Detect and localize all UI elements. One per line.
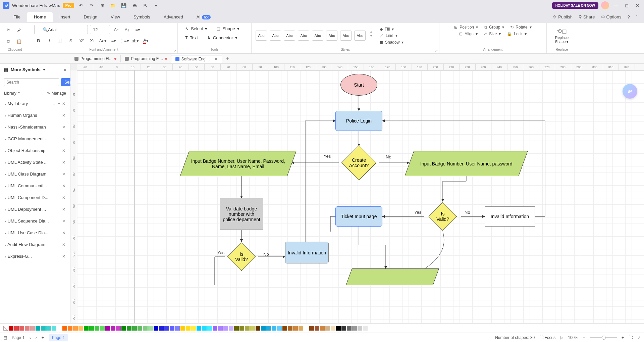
color-swatch[interactable] xyxy=(148,326,153,331)
cut-button[interactable]: ✂ xyxy=(4,26,13,34)
color-swatch[interactable] xyxy=(46,326,51,331)
holiday-banner[interactable]: HOLIDAY SALE ON NOW xyxy=(552,2,598,9)
format-painter-button[interactable]: 🖌 xyxy=(15,26,23,34)
sidebar-library-item[interactable]: ▸ My Library⤓+✕ xyxy=(0,98,70,109)
style-swatch[interactable]: Abc xyxy=(284,31,295,41)
sidebar-header[interactable]: ▤ More Symbols▾ « xyxy=(0,64,70,76)
color-swatch[interactable] xyxy=(347,326,352,331)
remove-icon[interactable]: ✕ xyxy=(62,207,65,212)
prev-page-button[interactable]: ‹ xyxy=(30,335,31,340)
bold-button[interactable]: B xyxy=(34,36,43,45)
color-swatch[interactable] xyxy=(84,326,89,331)
fullscreen-button[interactable]: ⤢ xyxy=(637,335,641,340)
color-swatch[interactable] xyxy=(245,326,250,331)
color-swatch[interactable] xyxy=(19,326,24,331)
color-swatch[interactable] xyxy=(121,326,126,331)
color-swatch[interactable] xyxy=(288,326,292,331)
color-swatch[interactable] xyxy=(277,326,282,331)
color-swatch[interactable] xyxy=(256,326,260,331)
color-swatch[interactable] xyxy=(250,326,255,331)
style-swatch[interactable]: Abc xyxy=(326,31,337,41)
font-group-expand[interactable]: ⤢ xyxy=(173,49,176,53)
qat-more-button[interactable]: ▾ xyxy=(152,1,160,9)
color-swatch[interactable] xyxy=(282,326,287,331)
color-swatch[interactable] xyxy=(14,326,19,331)
color-swatch[interactable] xyxy=(138,326,142,331)
styles-group-expand[interactable]: ⤢ xyxy=(435,49,438,53)
color-swatch[interactable] xyxy=(218,326,223,331)
police-login-process[interactable]: Police Login xyxy=(335,111,382,131)
print-button[interactable]: 🖶 xyxy=(130,1,139,9)
sidebar-library-item[interactable]: ▸ UML Use Case Dia...✕ xyxy=(0,227,70,239)
sidebar-library-item[interactable]: ▸ Object Relationship✕ xyxy=(0,145,70,156)
color-swatch[interactable] xyxy=(272,326,276,331)
color-swatch[interactable] xyxy=(159,326,164,331)
color-swatch[interactable] xyxy=(266,326,271,331)
color-swatch[interactable] xyxy=(261,326,266,331)
copy-button[interactable]: ⧉ xyxy=(4,37,13,46)
style-swatch[interactable]: Abc xyxy=(312,31,323,41)
color-swatch[interactable] xyxy=(315,326,319,331)
remove-icon[interactable]: ✕ xyxy=(62,113,65,118)
highlight-button[interactable]: ab▾ xyxy=(131,36,140,45)
page-tab-active[interactable]: Page-1 xyxy=(49,334,68,341)
collapse-sidebar-button[interactable]: « xyxy=(64,67,66,72)
color-swatch[interactable] xyxy=(320,326,325,331)
color-swatch[interactable] xyxy=(191,326,196,331)
menu-insert[interactable]: Insert xyxy=(53,12,77,22)
invalid-info-left-process[interactable]: Invalid Information xyxy=(285,242,329,263)
size-button[interactable]: ⤢ Size ▾ xyxy=(484,32,501,36)
decrease-font-button[interactable]: A↓ xyxy=(123,25,131,34)
bottom-io[interactable] xyxy=(346,268,439,285)
color-swatch[interactable] xyxy=(143,326,148,331)
invalid-info-right-process[interactable]: Invalid Information xyxy=(485,206,535,227)
document-tab[interactable]: Programming Fl... xyxy=(70,55,121,62)
color-swatch[interactable] xyxy=(213,326,217,331)
sidebar-library-item[interactable]: ▸ UML Communicati...✕ xyxy=(0,180,70,192)
color-swatch[interactable] xyxy=(352,326,357,331)
styles-down-button[interactable]: ▾ xyxy=(370,34,374,38)
sidebar-library-item[interactable]: ▸ Nassi-Shneiderman✕ xyxy=(0,121,70,133)
sidebar-library-item[interactable]: ▸ UML Deployment ...✕ xyxy=(0,203,70,215)
new-button[interactable]: ⊞ xyxy=(98,1,106,9)
position-button[interactable]: ⊞ Position ▾ xyxy=(454,25,478,30)
font-family-select[interactable]: 🔍 Arial xyxy=(34,25,88,34)
export-button[interactable]: ⇱ xyxy=(141,1,149,9)
shape-tool-button[interactable]: ◻ Shape ▾ xyxy=(213,25,243,33)
canvas[interactable]: Start Police Login Create Account? Yes N… xyxy=(77,70,644,323)
line-spacing-button[interactable]: ≡▾ xyxy=(109,36,118,45)
document-tab-active[interactable]: Software Engi...✕ xyxy=(171,55,222,63)
fit-page-button[interactable]: ⛶ xyxy=(629,335,633,340)
font-color-button[interactable]: A▾ xyxy=(142,36,150,45)
canvas-area[interactable]: -20-100102030405060708090100110120130140… xyxy=(70,64,644,323)
styles-up-button[interactable]: ▴ xyxy=(370,30,374,33)
zoom-slider[interactable] xyxy=(590,337,617,338)
collapse-ribbon-button[interactable]: ˆ xyxy=(636,14,637,19)
minimize-button[interactable]: — xyxy=(612,1,620,9)
paste-button[interactable]: 📋 xyxy=(15,37,23,46)
menu-advanced[interactable]: Advanced xyxy=(157,12,190,22)
align-button[interactable]: ⊟ Align ▾ xyxy=(459,32,478,36)
redo-button[interactable]: ↷ xyxy=(88,1,96,9)
library-dropdown[interactable]: Library ⌃ xyxy=(4,91,21,96)
menu-symbols[interactable]: Symbols xyxy=(127,12,157,22)
color-swatch[interactable] xyxy=(175,326,180,331)
color-swatch[interactable] xyxy=(309,326,314,331)
share-button[interactable]: ⚲ Share xyxy=(579,14,595,19)
group-button[interactable]: ⧉ Group ▾ xyxy=(484,25,504,30)
color-swatch[interactable] xyxy=(299,326,303,331)
strikethrough-button[interactable]: S xyxy=(66,36,75,45)
sidebar-library-item[interactable]: ▸ Audit Flow Diagram✕ xyxy=(0,239,70,250)
color-swatch[interactable] xyxy=(52,326,56,331)
color-swatch[interactable] xyxy=(229,326,233,331)
color-swatch[interactable] xyxy=(9,326,13,331)
color-swatch[interactable] xyxy=(239,326,244,331)
sidebar-library-item[interactable]: ▸ UML Activity State ...✕ xyxy=(0,156,70,168)
remove-icon[interactable]: ✕ xyxy=(62,160,65,165)
bullets-button[interactable]: ⋮≡▾ xyxy=(120,36,129,45)
maximize-button[interactable]: ◻ xyxy=(623,1,631,9)
menu-design[interactable]: Design xyxy=(77,12,104,22)
underline-button[interactable]: U xyxy=(56,36,64,45)
sidebar-library-item[interactable]: ▸ Express-G...✕ xyxy=(0,250,70,262)
ai-assistant-button[interactable]: M xyxy=(623,84,637,99)
